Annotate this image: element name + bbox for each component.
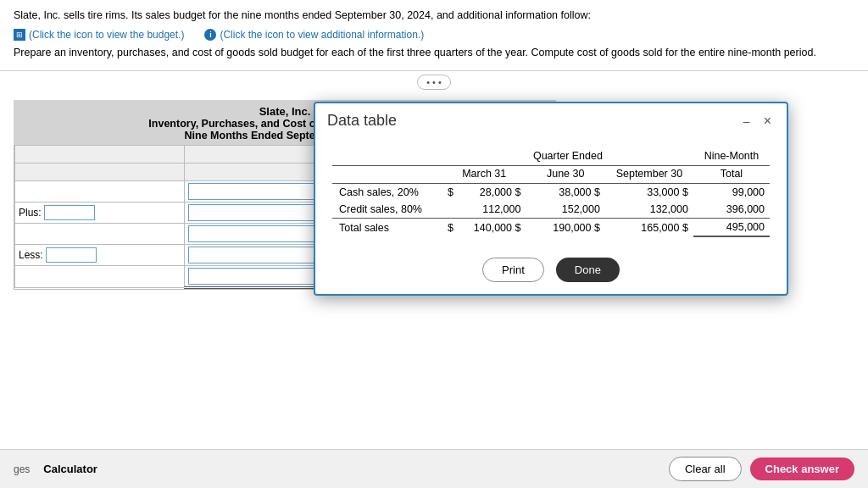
calculator-label[interactable]: Calculator <box>43 463 97 475</box>
cash-sales-label: Cash sales, 20% <box>332 184 442 202</box>
total-sales-label: Total sales <box>332 219 442 237</box>
budget-row-1-label <box>15 181 185 202</box>
credit-june-value: 152,000 <box>537 201 604 219</box>
sub-header-march: March 31 <box>442 166 526 184</box>
modal-footer: Print Done <box>315 249 787 294</box>
pages-label[interactable]: ges <box>14 463 30 475</box>
print-button[interactable]: Print <box>482 258 544 282</box>
sub-header-empty <box>332 166 442 184</box>
credit-dollar-sign-march <box>442 201 459 219</box>
data-table-quarter-header: Quarter Ended <box>442 148 693 166</box>
info-link-text: (Click the icon to view additional infor… <box>220 29 424 41</box>
modal-close-button[interactable]: × <box>760 113 775 130</box>
data-table-nine-month-header: Nine-Month <box>693 148 770 166</box>
credit-sep-value: 132,000 <box>617 201 693 219</box>
done-button[interactable]: Done <box>556 258 620 282</box>
budget-subcol-empty <box>15 164 185 181</box>
total-march-value: 140,000 $ <box>459 219 526 237</box>
sub-header-june: June 30 <box>526 166 604 184</box>
instruction-text: Prepare an inventory, purchases, and cos… <box>14 46 854 61</box>
grid-icon: ⊞ <box>14 29 25 41</box>
data-row-cash: Cash sales, 20% $ 28,000 $ 38,000 $ 33,0… <box>332 184 770 202</box>
budget-link-text: (Click the icon to view the budget.) <box>29 29 184 41</box>
data-table-empty-header <box>332 148 442 166</box>
bottom-right: Clear all Check answer <box>669 457 854 481</box>
main-area: Slate, Inc. Inventory, Purchases, and Co… <box>0 93 868 466</box>
cash-dollar-sign-sep <box>605 184 617 202</box>
total-dollar-sign-march: $ <box>442 219 459 237</box>
budget-row-5-label <box>15 266 185 288</box>
info-icon: i <box>204 29 216 41</box>
intro-text: Slate, Inc. sells tire rims. Its sales b… <box>14 8 854 24</box>
clear-all-button[interactable]: Clear all <box>669 457 742 481</box>
budget-less-input-label[interactable] <box>46 247 97 263</box>
ellipsis-button[interactable]: • • • <box>417 75 451 90</box>
top-content-area: Slate, Inc. sells tire rims. Its sales b… <box>0 0 868 71</box>
cash-dollar-sign-march: $ <box>442 184 459 202</box>
icon-links-row: ⊞ (Click the icon to view the budget.) i… <box>14 29 854 41</box>
budget-icon-link[interactable]: ⊞ (Click the icon to view the budget.) <box>14 29 184 41</box>
budget-less-label: Less: <box>15 245 185 266</box>
budget-col-empty <box>15 146 185 164</box>
credit-dollar-sign-june <box>526 201 537 219</box>
modal-minimize-button[interactable]: – <box>740 114 754 129</box>
data-table: Quarter Ended Nine-Month March 31 June 3… <box>332 148 770 237</box>
credit-sales-label: Credit sales, 80% <box>332 201 442 219</box>
modal-controls: – × <box>740 113 775 130</box>
ellipsis-separator: • • • <box>0 75 868 90</box>
credit-dollar-sign-sep <box>605 201 617 219</box>
cash-sep-value: 33,000 $ <box>617 184 693 202</box>
cash-total-value: 99,000 <box>693 184 770 202</box>
credit-total-value: 396,000 <box>693 201 770 219</box>
modal-header: Data table – × <box>315 103 787 136</box>
total-sep-value: 165,000 $ <box>617 219 693 237</box>
cash-june-value: 38,000 $ <box>537 184 604 202</box>
cash-dollar-sign-june <box>526 184 537 202</box>
bottom-bar: ges Calculator Clear all Check answer <box>0 449 868 488</box>
modal-body: Quarter Ended Nine-Month March 31 June 3… <box>315 136 787 249</box>
credit-march-value: 112,000 <box>459 201 526 219</box>
cash-march-value: 28,000 $ <box>459 184 526 202</box>
budget-row-3-label <box>15 224 185 245</box>
bottom-left: ges Calculator <box>14 463 97 475</box>
total-total-value: 495,000 <box>693 219 770 237</box>
check-answer-button[interactable]: Check answer <box>750 458 854 480</box>
total-dollar-sign-sep <box>605 219 617 237</box>
data-row-credit: Credit sales, 80% 112,000 152,000 132,00… <box>332 201 770 219</box>
modal-title: Data table <box>327 112 397 130</box>
info-icon-link[interactable]: i (Click the icon to view additional inf… <box>204 29 424 41</box>
data-table-modal: Data table – × Quarter Ended Nine-Month … <box>314 102 788 296</box>
sub-header-total: Total <box>693 166 770 184</box>
budget-plus-label: Plus: <box>15 202 185 224</box>
total-dollar-sign-june <box>526 219 537 237</box>
total-june-value: 190,000 $ <box>537 219 604 237</box>
sub-header-september: September 30 <box>605 166 693 184</box>
budget-plus-input-label[interactable] <box>44 205 95 220</box>
data-row-total: Total sales $ 140,000 $ 190,000 $ 165,00… <box>332 219 770 237</box>
